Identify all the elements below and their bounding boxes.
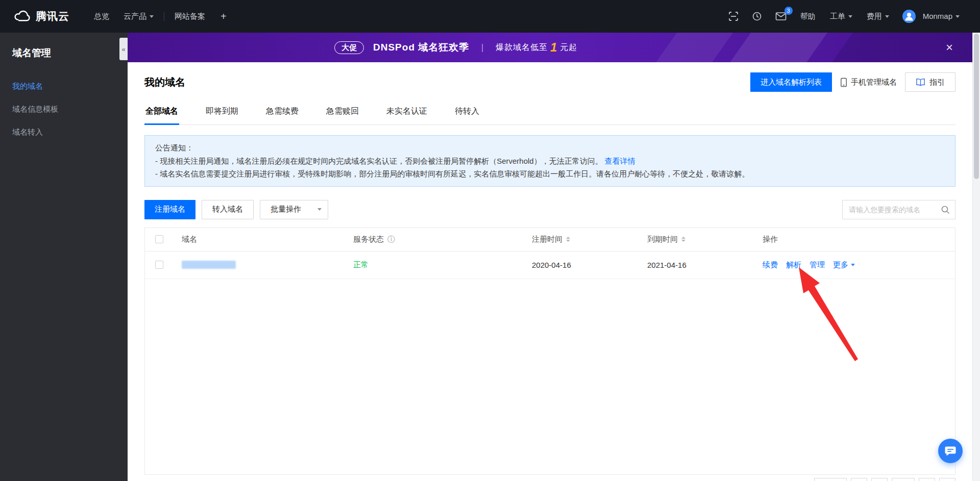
- sidebar-collapse-button[interactable]: «: [119, 38, 128, 60]
- status-badge: 正常: [353, 260, 369, 270]
- promo-price-number: 1: [550, 40, 557, 55]
- promo-subtitle: 爆款域名低至 1 元起: [496, 40, 577, 55]
- domain-name-redacted[interactable]: [182, 261, 236, 269]
- top-navbar: 腾讯云 总览 云产品 网站备案 + 3 帮助 工单 费用: [0, 0, 980, 33]
- manage-link[interactable]: 管理: [810, 260, 825, 270]
- col-header-registered[interactable]: 注册时间: [524, 235, 639, 244]
- page-indicator: 1/1: [892, 478, 915, 481]
- renew-link[interactable]: 续费: [763, 260, 778, 270]
- expire-date: 2021-04-16: [639, 261, 754, 269]
- header-cell-checkbox: [145, 235, 174, 243]
- history-clock-icon[interactable]: [745, 0, 769, 33]
- nav-item-help[interactable]: 帮助: [793, 0, 823, 33]
- prev-page-button[interactable]: ◀: [871, 478, 888, 481]
- next-page-button[interactable]: ▶: [919, 478, 935, 481]
- row-checkbox[interactable]: [155, 261, 163, 269]
- sidebar-item-domain-transfer-in[interactable]: 域名转入: [0, 121, 128, 144]
- sidebar-item-my-domains[interactable]: 我的域名: [0, 75, 128, 98]
- more-dropdown-label: 更多: [833, 260, 848, 270]
- nav-item-cloud-products[interactable]: 云产品: [116, 0, 161, 33]
- table-toolbar: 注册域名 转入域名 批量操作: [144, 200, 955, 219]
- select-all-checkbox[interactable]: [155, 235, 163, 243]
- sidebar-item-domain-info-template[interactable]: 域名信息模板: [0, 98, 128, 121]
- sidebar-title: 域名管理: [0, 33, 128, 60]
- resolve-link[interactable]: 解析: [786, 260, 801, 270]
- chevron-down-icon: [955, 15, 960, 18]
- row-cell-domain: [174, 261, 345, 269]
- tab-pending-transfer[interactable]: 待转入: [454, 104, 480, 124]
- scrollbar-thumb[interactable]: [974, 34, 979, 179]
- primary-nav: 总览 云产品 网站备案 +: [87, 0, 235, 33]
- page-header: 我的域名 进入域名解析列表 手机管理域名 指引: [144, 72, 955, 92]
- col-header-status: 服务状态 ⓘ: [345, 235, 524, 244]
- message-count-badge: 3: [785, 7, 793, 15]
- nav-item-billing[interactable]: 费用: [860, 0, 896, 33]
- announcement-line-2: - 域名实名信息需要提交注册局进行审核，受特殊时期影响，部分注册局的审核时间有所…: [155, 167, 945, 181]
- chevron-down-icon: [848, 15, 852, 18]
- table-row: 正常 2020-04-16 2021-04-16 续费 解析 管理 更多: [145, 251, 955, 279]
- scrollbar[interactable]: [972, 33, 980, 481]
- promo-banner[interactable]: 大促 DNSPod 域名狂欢季 ｜ 爆款域名低至 1 元起 ×: [128, 33, 972, 62]
- guide-button[interactable]: 指引: [905, 72, 955, 92]
- sort-icon[interactable]: [566, 237, 570, 242]
- nav-item-overview[interactable]: 总览: [87, 0, 116, 33]
- avatar[interactable]: [902, 10, 916, 23]
- chevron-down-icon: [150, 15, 154, 18]
- sort-icon[interactable]: [681, 237, 685, 242]
- announcement-title: 公告通知：: [155, 141, 945, 155]
- per-page-select[interactable]: 20: [814, 478, 847, 481]
- nav-item-tickets[interactable]: 工单: [823, 0, 860, 33]
- phone-icon: [840, 78, 847, 87]
- chevron-down-icon: [885, 15, 889, 18]
- announcement-box: 公告通知： - 现接相关注册局通知，域名注册后必须在规定时间内完成域名实名认证，…: [144, 135, 955, 187]
- book-icon: [916, 78, 925, 86]
- nav-item-billing-label: 费用: [867, 0, 882, 33]
- banner-decoration: [720, 33, 836, 62]
- main-content: 我的域名 进入域名解析列表 手机管理域名 指引 全部域名 即将到期 急需续费 急…: [128, 62, 972, 481]
- first-page-button[interactable]: |◀: [851, 478, 867, 481]
- tab-urgent-redemption[interactable]: 急需赎回: [325, 104, 360, 124]
- col-header-domain: 域名: [174, 235, 345, 244]
- nav-item-website-filing[interactable]: 网站备案: [167, 0, 212, 33]
- tab-not-verified[interactable]: 未实名认证: [385, 104, 428, 124]
- batch-operations-dropdown[interactable]: 批量操作: [260, 200, 328, 219]
- row-cell-checkbox: [145, 261, 174, 269]
- total-count: 共1条: [144, 478, 163, 481]
- mobile-manage-button[interactable]: 手机管理域名: [840, 78, 897, 87]
- info-icon[interactable]: ⓘ: [387, 235, 395, 244]
- last-page-button[interactable]: ▶|: [939, 478, 955, 481]
- domain-tabs: 全部域名 即将到期 急需续费 急需赎回 未实名认证 待转入: [144, 104, 955, 125]
- col-header-registered-label: 注册时间: [532, 235, 562, 244]
- user-menu[interactable]: Monmap: [916, 0, 967, 33]
- chat-icon: [944, 445, 957, 457]
- add-tab-button[interactable]: +: [212, 0, 235, 33]
- chat-widget-button[interactable]: [938, 439, 963, 463]
- domain-search: [842, 200, 955, 219]
- banner-decoration: [646, 33, 742, 62]
- brand-logo[interactable]: 腾讯云: [13, 8, 69, 25]
- chevron-down-icon: [851, 264, 855, 266]
- search-icon[interactable]: [941, 205, 950, 214]
- close-icon[interactable]: ×: [946, 41, 953, 54]
- pagination: 共1条 每页显示行 20 |◀ ◀ 1/1 ▶ ▶|: [144, 478, 955, 481]
- sidebar: « 域名管理 我的域名 域名信息模板 域名转入: [0, 33, 128, 481]
- view-details-link[interactable]: 查看详情: [605, 157, 635, 165]
- row-cell-status: 正常: [345, 260, 524, 270]
- pagination-controls: 每页显示行 20 |◀ ◀ 1/1 ▶ ▶|: [774, 478, 955, 481]
- transfer-in-domain-button[interactable]: 转入域名: [202, 200, 254, 219]
- col-header-expire-label: 到期时间: [647, 235, 678, 244]
- tab-expiring-soon[interactable]: 即将到期: [205, 104, 239, 124]
- register-domain-button[interactable]: 注册域名: [144, 200, 195, 219]
- more-dropdown[interactable]: 更多: [833, 260, 855, 270]
- page-header-actions: 进入域名解析列表 手机管理域名 指引: [750, 72, 955, 92]
- promo-subtitle-suffix: 元起: [560, 42, 577, 53]
- tab-all-domains[interactable]: 全部域名: [144, 104, 179, 124]
- scan-icon[interactable]: [722, 0, 745, 33]
- tab-urgent-renewal[interactable]: 急需续费: [265, 104, 300, 124]
- messages-icon[interactable]: 3: [769, 0, 793, 33]
- promo-badge: 大促: [334, 41, 364, 54]
- topnav-right: 3 帮助 工单 费用 Monmap: [722, 0, 967, 33]
- col-header-expire[interactable]: 到期时间: [639, 235, 754, 244]
- enter-dns-list-button[interactable]: 进入域名解析列表: [750, 72, 832, 92]
- promo-banner-content: 大促 DNSPod 域名狂欢季 ｜ 爆款域名低至 1 元起: [334, 33, 577, 62]
